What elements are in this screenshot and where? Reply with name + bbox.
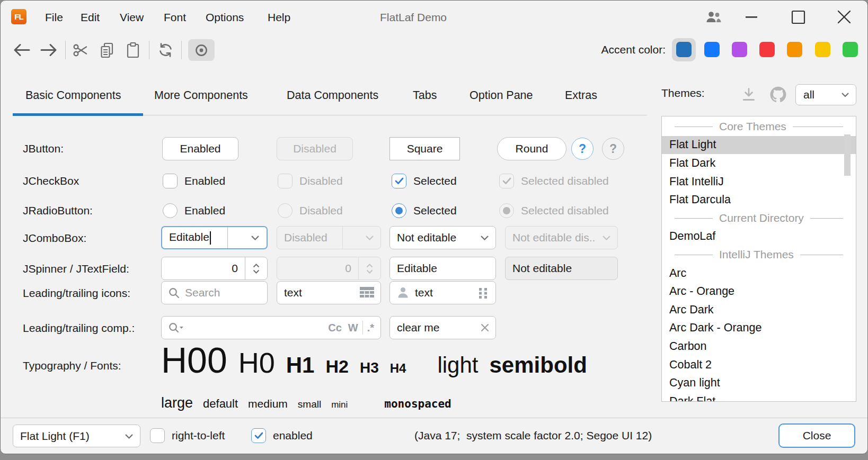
search-input[interactable] [185, 282, 262, 304]
light-weight-sample: light [437, 353, 478, 378]
checkbox-enabled[interactable]: Enabled [163, 174, 225, 188]
theme-item-flat-dark[interactable]: Flat Dark [662, 154, 856, 173]
checkbox-selected-disabled: Selected disabled [499, 174, 609, 188]
theme-item-arc-dark-orange[interactable]: Arc Dark - Orange [662, 319, 856, 338]
show-hidden-toggle[interactable] [188, 39, 215, 61]
checkbox-selected[interactable]: Selected [392, 174, 457, 188]
radio-enabled[interactable]: Enabled [163, 203, 225, 218]
tab-extras[interactable]: Extras [565, 89, 597, 102]
theme-item-flat-intellij[interactable]: Flat IntelliJ [662, 173, 856, 191]
search-field[interactable] [161, 281, 268, 304]
theme-item-carbon[interactable]: Carbon [662, 337, 856, 356]
checkbox-label: Disabled [299, 175, 343, 187]
accent-swatch-default-blue[interactable] [676, 42, 692, 57]
radio-circle [392, 203, 406, 218]
square-button[interactable]: Square [389, 137, 460, 160]
spinner[interactable]: 0 [161, 257, 268, 280]
menu-file[interactable]: File [45, 11, 63, 24]
textfield-editable[interactable]: Editable [389, 257, 496, 280]
search-with-options-field[interactable]: Cc W .* [161, 316, 381, 339]
regex-toggle[interactable]: .* [367, 322, 374, 334]
checkbox-box [150, 428, 165, 443]
combobox-not-editable[interactable]: Not editable [389, 226, 496, 249]
search-option-icons: Cc W .* [328, 321, 374, 335]
maximize-button[interactable] [791, 10, 805, 24]
theme-item-cyan-light[interactable]: Cyan light [662, 374, 856, 392]
refresh-icon[interactable] [155, 39, 175, 61]
radio-circle [163, 203, 178, 218]
theme-item-arc[interactable]: Arc [662, 264, 856, 283]
enabled-button[interactable]: Enabled [162, 137, 238, 160]
download-themes-icon[interactable] [740, 86, 757, 105]
combobox-disabled: Disabled [277, 226, 381, 249]
match-case-toggle[interactable]: Cc [328, 322, 342, 334]
tab-more-components[interactable]: More Components [154, 89, 248, 102]
forward-button[interactable] [38, 39, 59, 61]
menu-view[interactable]: View [120, 11, 144, 24]
spinner-value[interactable]: 0 [162, 262, 245, 275]
theme-item-demolaf[interactable]: DemoLaf [662, 228, 856, 246]
theme-item-cobalt-2[interactable]: Cobalt 2 [662, 356, 856, 374]
accent-swatch-blue[interactable] [704, 42, 720, 57]
accent-swatch-green[interactable] [843, 42, 858, 57]
tab-option-pane[interactable]: Option Pane [470, 89, 533, 102]
chevron-down-icon[interactable] [118, 425, 140, 447]
accent-swatch-yellow[interactable] [815, 42, 830, 57]
clear-icon[interactable] [481, 323, 489, 332]
themes-scrollbar-thumb[interactable] [844, 134, 851, 176]
accent-swatch-red[interactable] [759, 42, 775, 57]
right-to-left-checkbox[interactable]: right-to-left [150, 428, 225, 443]
radio-label: Disabled [299, 204, 343, 217]
cut-icon[interactable] [70, 39, 91, 61]
accent-swatch-purple[interactable] [732, 42, 747, 57]
chevron-down-icon[interactable] [473, 227, 495, 249]
theme-item-flat-light[interactable]: Flat Light [662, 136, 856, 155]
theme-item-flat-darcula[interactable]: Flat Darcula [662, 191, 856, 209]
menu-edit[interactable]: Edit [81, 11, 100, 24]
users-icon[interactable] [705, 10, 722, 24]
grid-list-icon[interactable] [478, 287, 489, 299]
tab-tabs[interactable]: Tabs [413, 89, 437, 102]
spinner-buttons[interactable] [245, 257, 267, 279]
copy-icon[interactable] [97, 39, 117, 61]
textfield-leading-user[interactable]: text [389, 281, 496, 304]
menu-font[interactable]: Font [164, 11, 186, 24]
textfield-value: Not editable [506, 262, 572, 275]
tab-data-components[interactable]: Data Components [287, 89, 378, 102]
tab-basic-components[interactable]: Basic Components [25, 89, 121, 102]
eye-icon [193, 42, 209, 58]
jradiobutton-row-label: JRadioButton: [23, 204, 93, 217]
checkbox-box [163, 174, 178, 188]
help-button[interactable]: ? [571, 138, 594, 160]
themes-filter-combobox[interactable]: all [795, 84, 856, 105]
textfield-trailing-table[interactable]: text [277, 281, 381, 304]
accent-swatch-orange[interactable] [787, 42, 802, 57]
close-window-icon[interactable] [837, 10, 852, 24]
statusbar-divider [1, 418, 868, 418]
jspinner-row-label: JSpinner / JTextField: [23, 263, 129, 275]
search-dropdown-icon[interactable] [168, 322, 184, 334]
minimize-button[interactable] [745, 10, 758, 24]
back-button[interactable] [11, 39, 32, 61]
combobox-editable[interactable]: Editable [161, 226, 268, 249]
whole-words-toggle[interactable]: W [348, 322, 358, 334]
checkbox-label: Selected [413, 175, 457, 187]
combobox-value: Not editable [390, 231, 456, 244]
radio-selected[interactable]: Selected [392, 203, 457, 218]
menu-help[interactable]: Help [268, 11, 290, 24]
laf-selector-combobox[interactable]: Flat Light (F1) [13, 425, 140, 447]
chevron-down-icon [595, 227, 617, 249]
github-icon[interactable] [769, 85, 787, 106]
combobox-not-editable-disabled: Not editable dis... [505, 226, 618, 249]
radio-label: Selected [413, 204, 457, 217]
paste-icon[interactable] [123, 39, 143, 61]
theme-item-dark-flat[interactable]: Dark Flat [662, 392, 856, 402]
enabled-checkbox[interactable]: enabled [251, 428, 313, 443]
round-button[interactable]: Round [497, 137, 566, 160]
theme-item-arc-dark[interactable]: Arc Dark [662, 301, 856, 319]
chevron-down-icon[interactable] [244, 227, 267, 248]
clearable-textfield[interactable]: clear me [389, 316, 496, 339]
menu-options[interactable]: Options [206, 11, 244, 24]
theme-item-arc-orange[interactable]: Arc - Orange [662, 282, 856, 301]
close-button[interactable]: Close [778, 423, 855, 448]
